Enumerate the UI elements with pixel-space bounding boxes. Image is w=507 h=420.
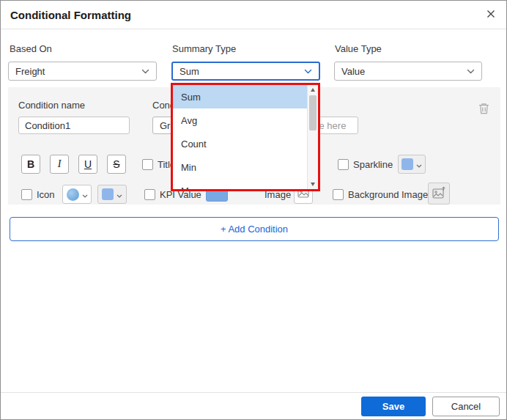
conditional-formatting-dialog: Conditional Formatting Based On Summary … bbox=[0, 0, 507, 420]
scroll-up-icon[interactable] bbox=[308, 85, 318, 95]
dropdown-option-count[interactable]: Count bbox=[173, 132, 307, 155]
bold-button[interactable]: B bbox=[21, 155, 40, 174]
italic-button[interactable]: I bbox=[50, 155, 69, 174]
icon-checkbox-label: Icon bbox=[37, 189, 55, 200]
chevron-down-icon bbox=[141, 69, 149, 74]
cancel-button[interactable]: Cancel bbox=[432, 397, 500, 416]
background-image-checkbox-label: Background Image bbox=[348, 189, 428, 200]
underline-button[interactable]: U bbox=[78, 155, 97, 174]
background-image-upload-button[interactable] bbox=[428, 183, 450, 205]
circle-swatch-icon bbox=[67, 188, 79, 201]
save-button[interactable]: Save bbox=[361, 397, 426, 416]
dropdown-option-max[interactable]: Max bbox=[173, 179, 307, 189]
title-checkbox[interactable] bbox=[142, 159, 153, 170]
image-upload-icon bbox=[432, 186, 446, 202]
sparkline-color-dropdown[interactable] bbox=[398, 155, 426, 174]
dropdown-option-list: Sum Avg Count Min Max bbox=[173, 85, 307, 189]
background-image-checkbox[interactable] bbox=[333, 189, 344, 200]
icon-color-dropdown[interactable] bbox=[97, 185, 127, 204]
trash-icon bbox=[478, 102, 490, 117]
footer-divider bbox=[1, 392, 506, 393]
chevron-down-icon bbox=[304, 69, 312, 74]
summary-type-label: Summary Type bbox=[172, 43, 236, 54]
summary-type-dropdown[interactable]: Sum bbox=[171, 62, 320, 81]
color-swatch-icon bbox=[401, 158, 413, 170]
sparkline-checkbox[interactable] bbox=[338, 159, 349, 170]
chevron-down-icon bbox=[467, 69, 475, 74]
chevron-down-icon bbox=[116, 188, 122, 201]
dialog-title: Conditional Formatting bbox=[10, 9, 131, 21]
value-type-dropdown-value: Value bbox=[341, 66, 365, 77]
summary-type-open-dropdown: Sum Avg Count Min Max bbox=[171, 83, 320, 191]
icon-checkbox[interactable] bbox=[21, 189, 32, 200]
value-type-dropdown[interactable]: Value bbox=[334, 62, 482, 81]
based-on-dropdown[interactable]: Freight bbox=[8, 62, 157, 81]
based-on-dropdown-value: Freight bbox=[15, 66, 45, 77]
scroll-down-icon[interactable] bbox=[308, 180, 318, 189]
sparkline-checkbox-label: Sparkline bbox=[353, 159, 393, 170]
color-swatch-icon bbox=[102, 188, 114, 200]
dropdown-scrollbar[interactable] bbox=[307, 85, 318, 189]
condition-name-label: Condition name bbox=[18, 100, 85, 111]
dropdown-option-avg[interactable]: Avg bbox=[173, 108, 307, 132]
condition-name-input[interactable] bbox=[18, 117, 130, 134]
kpi-value-checkbox[interactable] bbox=[144, 189, 155, 200]
add-condition-button[interactable]: + Add Condition bbox=[10, 217, 499, 241]
dropdown-option-sum[interactable]: Sum bbox=[173, 85, 307, 108]
close-icon bbox=[486, 8, 495, 21]
chevron-down-icon bbox=[82, 188, 88, 201]
chevron-down-icon bbox=[416, 158, 422, 171]
scrollbar-thumb[interactable] bbox=[309, 95, 317, 130]
icon-shape-dropdown[interactable] bbox=[62, 185, 92, 204]
close-button[interactable] bbox=[483, 7, 499, 23]
summary-type-dropdown-value: Sum bbox=[180, 66, 199, 77]
delete-condition-button[interactable] bbox=[476, 102, 491, 117]
dropdown-option-min[interactable]: Min bbox=[173, 155, 307, 179]
based-on-label: Based On bbox=[10, 43, 52, 54]
value-type-label: Value Type bbox=[335, 43, 382, 54]
strikethrough-button[interactable]: S bbox=[107, 155, 126, 174]
